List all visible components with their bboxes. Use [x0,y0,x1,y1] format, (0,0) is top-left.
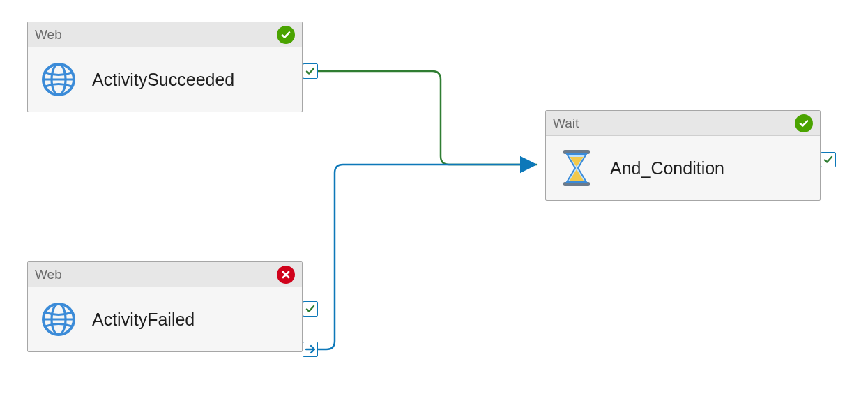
status-success-icon [795,114,813,132]
globe-icon [40,301,77,337]
node-name: And_Condition [610,158,724,178]
connector-completion[interactable] [303,342,318,357]
connector-success[interactable] [303,63,318,79]
connector-success[interactable] [821,152,836,167]
edge-completion [318,165,535,349]
activity-node-failed[interactable]: Web ActivityFailed [27,261,303,352]
node-type-label: Web [35,267,277,282]
status-success-icon [277,26,295,44]
node-body: And_Condition [546,136,820,200]
globe-icon [40,61,77,98]
edge-success [318,71,537,165]
node-header: Wait [546,111,820,136]
hourglass-icon [558,150,595,186]
pipeline-canvas[interactable]: Web ActivitySucceeded Web [0,0,868,396]
node-body: ActivitySucceeded [28,47,302,112]
node-header: Web [28,262,302,287]
node-body: ActivityFailed [28,287,302,351]
node-name: ActivitySucceeded [92,70,234,90]
activity-node-and-condition[interactable]: Wait And_Condition [545,110,821,201]
node-type-label: Web [35,27,277,43]
node-header: Web [28,22,302,47]
node-type-label: Wait [553,116,795,131]
node-name: ActivityFailed [92,310,195,330]
activity-node-succeeded[interactable]: Web ActivitySucceeded [27,22,303,112]
status-fail-icon [277,266,295,284]
connector-success[interactable] [303,301,318,317]
